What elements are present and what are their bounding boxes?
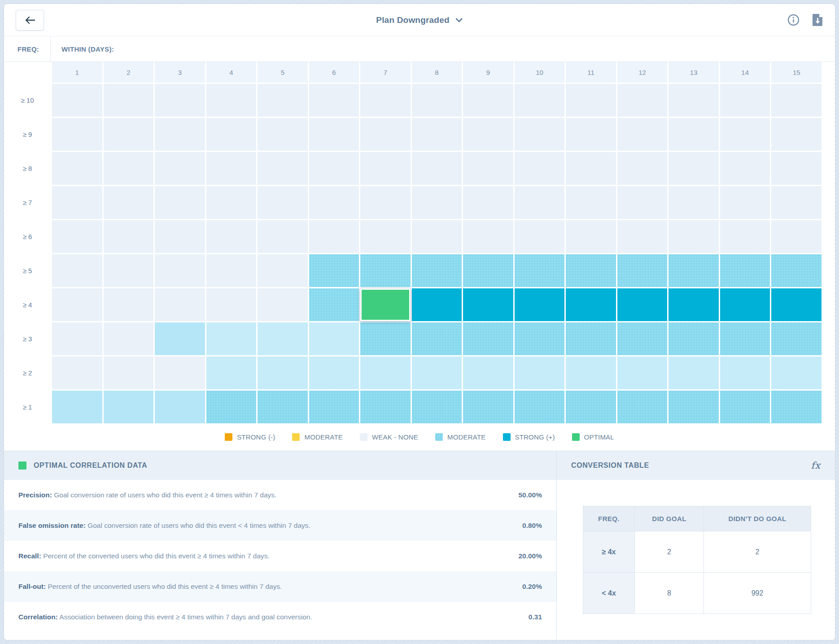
heatmap-cell[interactable] <box>258 391 308 423</box>
heatmap-cell[interactable] <box>463 118 513 151</box>
heatmap-cell[interactable] <box>771 118 822 151</box>
heatmap-cell[interactable] <box>309 357 359 389</box>
heatmap-cell[interactable] <box>669 288 719 321</box>
heatmap-cell[interactable] <box>155 152 205 185</box>
heatmap-cell[interactable] <box>104 186 154 219</box>
heatmap-cell[interactable] <box>771 84 822 117</box>
heatmap-cell[interactable] <box>360 254 411 287</box>
heatmap-cell[interactable] <box>515 118 565 151</box>
heatmap-cell[interactable] <box>52 391 102 423</box>
heatmap-cell[interactable] <box>155 254 205 287</box>
heatmap-cell[interactable] <box>771 152 822 185</box>
heatmap-cell[interactable] <box>258 288 308 321</box>
heatmap-cell[interactable] <box>258 220 308 253</box>
heatmap-cell[interactable] <box>104 84 154 117</box>
heatmap-cell[interactable] <box>720 152 770 185</box>
heatmap-cell[interactable] <box>104 220 154 253</box>
heatmap-cell[interactable] <box>463 254 513 287</box>
heatmap-cell[interactable] <box>412 186 462 219</box>
heatmap-cell[interactable] <box>720 220 770 253</box>
heatmap-cell[interactable] <box>412 391 462 423</box>
heatmap-cell[interactable] <box>515 186 565 219</box>
heatmap-cell[interactable] <box>720 84 770 117</box>
heatmap-cell[interactable] <box>104 254 154 287</box>
heatmap-cell[interactable] <box>309 118 359 151</box>
heatmap-cell[interactable] <box>155 357 205 389</box>
formula-fx-icon[interactable]: fx <box>811 460 821 471</box>
heatmap-cell[interactable] <box>771 254 822 287</box>
heatmap-cell[interactable] <box>566 391 616 423</box>
heatmap-cell[interactable] <box>258 186 308 219</box>
heatmap-cell[interactable] <box>52 357 102 389</box>
heatmap-cell[interactable] <box>258 322 308 355</box>
heatmap-cell[interactable] <box>258 254 308 287</box>
heatmap-cell[interactable] <box>566 288 616 321</box>
heatmap-cell[interactable] <box>155 186 205 219</box>
heatmap-cell[interactable] <box>771 391 822 423</box>
heatmap-cell[interactable] <box>258 357 308 389</box>
heatmap-cell[interactable] <box>669 186 719 219</box>
heatmap-cell[interactable] <box>104 152 154 185</box>
heatmap-cell[interactable] <box>360 84 411 117</box>
heatmap-cell[interactable] <box>360 220 411 253</box>
heatmap-cell[interactable] <box>360 118 411 151</box>
heatmap-cell[interactable] <box>104 118 154 151</box>
heatmap-cell[interactable] <box>566 254 616 287</box>
event-selector[interactable]: Plan Downgraded <box>376 15 463 25</box>
heatmap-cell[interactable] <box>515 254 565 287</box>
heatmap-cell[interactable] <box>206 288 257 321</box>
heatmap-cell[interactable] <box>360 186 411 219</box>
heatmap-cell[interactable] <box>309 220 359 253</box>
heatmap-cell[interactable] <box>258 152 308 185</box>
heatmap-cell[interactable] <box>617 84 668 117</box>
heatmap-cell[interactable] <box>463 322 513 355</box>
heatmap-cell[interactable] <box>412 322 462 355</box>
heatmap-cell[interactable] <box>617 152 668 185</box>
heatmap-cell[interactable] <box>155 118 205 151</box>
heatmap-cell[interactable] <box>206 152 257 185</box>
heatmap-cell[interactable] <box>463 84 513 117</box>
heatmap-cell[interactable] <box>515 84 565 117</box>
heatmap-cell[interactable] <box>52 152 102 185</box>
heatmap-cell[interactable] <box>309 288 359 321</box>
heatmap-cell[interactable] <box>412 118 462 151</box>
heatmap-cell[interactable] <box>720 254 770 287</box>
heatmap-cell[interactable] <box>566 220 616 253</box>
heatmap-cell[interactable] <box>52 186 102 219</box>
heatmap-cell[interactable] <box>309 186 359 219</box>
heatmap-cell[interactable] <box>463 391 513 423</box>
heatmap-cell[interactable] <box>617 186 668 219</box>
heatmap-cell[interactable] <box>566 357 616 389</box>
info-button[interactable] <box>787 14 800 26</box>
heatmap-cell[interactable] <box>463 152 513 185</box>
heatmap-cell[interactable] <box>771 322 822 355</box>
heatmap-cell[interactable] <box>155 220 205 253</box>
heatmap-cell[interactable] <box>309 322 359 355</box>
heatmap-cell[interactable] <box>206 118 257 151</box>
heatmap-cell[interactable] <box>617 322 668 355</box>
heatmap-cell[interactable] <box>720 391 770 423</box>
heatmap-cell[interactable] <box>104 322 154 355</box>
heatmap-cell[interactable] <box>309 152 359 185</box>
heatmap-cell[interactable] <box>515 220 565 253</box>
heatmap-cell[interactable] <box>52 84 102 117</box>
heatmap-cell[interactable] <box>309 84 359 117</box>
heatmap-cell[interactable] <box>720 186 770 219</box>
heatmap-cell[interactable] <box>258 118 308 151</box>
heatmap-cell[interactable] <box>669 322 719 355</box>
heatmap-cell[interactable] <box>463 288 513 321</box>
heatmap-cell[interactable] <box>771 288 822 321</box>
heatmap-cell[interactable] <box>52 254 102 287</box>
heatmap-cell[interactable] <box>566 322 616 355</box>
heatmap-cell[interactable] <box>669 118 719 151</box>
heatmap-cell[interactable] <box>771 186 822 219</box>
heatmap-cell[interactable] <box>566 118 616 151</box>
heatmap-cell[interactable] <box>720 357 770 389</box>
heatmap-cell[interactable] <box>669 152 719 185</box>
heatmap-cell[interactable] <box>360 391 411 423</box>
heatmap-cell[interactable] <box>669 391 719 423</box>
heatmap-cell[interactable] <box>669 357 719 389</box>
heatmap-cell[interactable] <box>206 254 257 287</box>
heatmap-cell[interactable] <box>206 220 257 253</box>
heatmap-cell[interactable] <box>515 357 565 389</box>
